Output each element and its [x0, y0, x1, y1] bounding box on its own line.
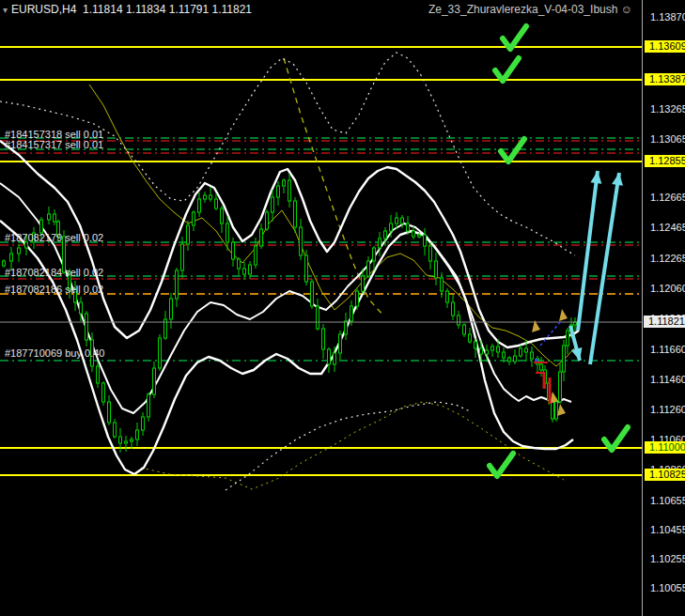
ohlc-quotes: 1.11814 1.11834 1.11791 1.11821 — [83, 3, 252, 16]
checkmark-object[interactable] — [604, 427, 628, 450]
horizontal-level-lines[interactable] — [0, 47, 642, 475]
price-axis[interactable]: 1.138701.136651.134651.132651.130651.126… — [642, 0, 685, 616]
axis-tick-label: 1.13265 — [650, 103, 685, 116]
axis-tick-label: 1.12060 — [650, 283, 685, 295]
checkmark-object[interactable] — [503, 26, 526, 49]
symbol-period: EURUSD,H4 — [11, 3, 76, 16]
order-ticket-label[interactable]: #187082179 sell 0.02 — [5, 232, 103, 243]
axis-tick-label: 1.11460 — [650, 374, 685, 386]
axis-tick-label: 1.10655 — [650, 495, 685, 507]
checkmark-object[interactable] — [495, 58, 519, 81]
order-ticket-label[interactable]: #184157317 sell 0.01 — [5, 139, 103, 150]
axis-tick-label: 1.13870 — [650, 11, 685, 23]
checkmark-object[interactable] — [501, 139, 524, 162]
gold-signal-mark[interactable] — [557, 404, 566, 416]
axis-tick-label: 1.10255 — [650, 553, 685, 565]
level-price-label: 1.13609 — [645, 40, 685, 53]
axis-tick-label: 1.13065 — [650, 133, 685, 146]
axis-tick-label: 1.11660 — [650, 344, 685, 356]
order-ticket-label[interactable]: #187082186 sell 0.02 — [5, 284, 103, 295]
axis-tick-label: 1.12465 — [650, 222, 685, 234]
level-price-label: 1.11000 — [645, 441, 685, 454]
axis-tick-label: 1.11260 — [650, 404, 685, 416]
axis-tick-label: 1.12265 — [650, 253, 685, 265]
axis-tick-label: 1.10455 — [650, 524, 685, 536]
level-price-label: 1.13387 — [645, 73, 685, 85]
ea-name-label: Ze_33_Zhuravlerezka_V-04-03_Ibush ☺ — [428, 3, 632, 16]
chart-marker-icon: ▾ — [3, 5, 8, 15]
order-ticket-label[interactable]: #187082184 sell 0.02 — [5, 267, 103, 278]
level-price-label: 1.12855 — [645, 155, 685, 167]
gold-signal-mark[interactable] — [559, 309, 568, 321]
trend-arrow-object[interactable] — [578, 171, 598, 331]
symbol-ohlc-readout: ▾EURUSD,H4 1.11814 1.11834 1.11791 1.118… — [3, 3, 252, 16]
mt4-chart-window: ▾EURUSD,H4 1.11814 1.11834 1.11791 1.118… — [0, 0, 685, 616]
drawn-objects[interactable] — [490, 26, 628, 476]
axis-tick-label: 1.10055 — [650, 582, 685, 594]
level-price-label: 1.10825 — [645, 469, 685, 481]
axis-tick-label: 1.12665 — [650, 192, 685, 204]
chart-area[interactable] — [0, 0, 685, 616]
checkmark-object[interactable] — [490, 454, 513, 476]
order-ticket-label[interactable]: #187710069 buy 0.40 — [5, 347, 104, 359]
current-bid-label: 1.11821 — [644, 316, 685, 328]
